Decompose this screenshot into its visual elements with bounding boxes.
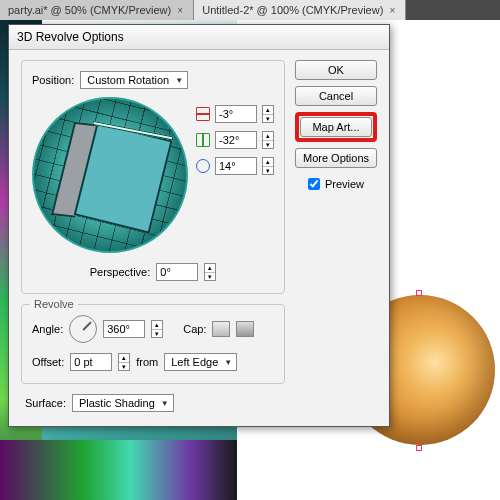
- offset-label: Offset:: [32, 356, 64, 368]
- from-label: from: [136, 356, 158, 368]
- annotation-highlight: Map Art...: [295, 112, 377, 142]
- map-art-button[interactable]: Map Art...: [300, 117, 372, 137]
- close-icon[interactable]: ×: [387, 5, 397, 15]
- rotate-x-input[interactable]: [215, 105, 257, 123]
- from-edge-dropdown[interactable]: Left Edge ▼: [164, 353, 237, 371]
- dialog-title: 3D Revolve Options: [9, 25, 389, 50]
- cancel-button[interactable]: Cancel: [295, 86, 377, 106]
- preview-checkbox[interactable]: [308, 178, 320, 190]
- more-options-button[interactable]: More Options: [295, 148, 377, 168]
- ok-button[interactable]: OK: [295, 60, 377, 80]
- stepper-z[interactable]: ▴▾: [262, 157, 274, 175]
- preview-checkbox-row[interactable]: Preview: [295, 178, 377, 190]
- revolve-legend: Revolve: [30, 298, 78, 310]
- perspective-label: Perspective:: [90, 266, 151, 278]
- angle-stepper[interactable]: ▴▾: [151, 320, 163, 338]
- dropdown-value: Custom Rotation: [87, 74, 169, 86]
- preview-label: Preview: [325, 178, 364, 190]
- perspective-input[interactable]: [156, 263, 198, 281]
- stepper-x[interactable]: ▴▾: [262, 105, 274, 123]
- rotate-z-input[interactable]: [215, 157, 257, 175]
- angle-input[interactable]: [103, 320, 145, 338]
- close-icon[interactable]: ×: [175, 5, 185, 15]
- dialog-3d-revolve-options: 3D Revolve Options Position: Custom Rota…: [8, 24, 390, 427]
- rotate-y-input[interactable]: [215, 131, 257, 149]
- surface-dropdown[interactable]: Plastic Shading ▼: [72, 394, 174, 412]
- group-position: Position: Custom Rotation ▼: [21, 60, 285, 294]
- angle-label: Angle:: [32, 323, 63, 335]
- tab-party-ai[interactable]: party.ai* @ 50% (CMYK/Preview) ×: [0, 0, 194, 20]
- stepper-y[interactable]: ▴▾: [262, 131, 274, 149]
- anchor-point-icon[interactable]: [416, 290, 422, 296]
- offset-stepper[interactable]: ▴▾: [118, 353, 130, 371]
- axis-x-icon: [196, 107, 210, 121]
- dropdown-value: Plastic Shading: [79, 397, 155, 409]
- dropdown-value: Left Edge: [171, 356, 218, 368]
- tab-label: Untitled-2* @ 100% (CMYK/Preview): [202, 4, 383, 16]
- document-tabs: party.ai* @ 50% (CMYK/Preview) × Untitle…: [0, 0, 500, 20]
- offset-input[interactable]: [70, 353, 112, 371]
- cap-off-icon[interactable]: [236, 321, 254, 337]
- chevron-down-icon: ▼: [224, 358, 232, 367]
- anchor-point-icon[interactable]: [416, 445, 422, 451]
- chevron-down-icon: ▼: [161, 399, 169, 408]
- group-revolve: Revolve Angle: ▴▾ Cap: Offset: ▴▾ from: [21, 304, 285, 384]
- surface-label: Surface:: [25, 397, 66, 409]
- cap-on-icon[interactable]: [212, 321, 230, 337]
- tab-label: party.ai* @ 50% (CMYK/Preview): [8, 4, 171, 16]
- axis-z-icon: [196, 159, 210, 173]
- rotation-trackball[interactable]: [32, 97, 188, 253]
- background-gradient-bottom: [0, 440, 237, 500]
- cap-label: Cap:: [183, 323, 206, 335]
- position-dropdown[interactable]: Custom Rotation ▼: [80, 71, 188, 89]
- perspective-stepper[interactable]: ▴▾: [204, 263, 216, 281]
- tab-untitled-2[interactable]: Untitled-2* @ 100% (CMYK/Preview) ×: [194, 0, 406, 20]
- angle-dial-icon[interactable]: [69, 315, 97, 343]
- axis-y-icon: [196, 133, 210, 147]
- position-label: Position:: [32, 74, 74, 86]
- chevron-down-icon: ▼: [175, 76, 183, 85]
